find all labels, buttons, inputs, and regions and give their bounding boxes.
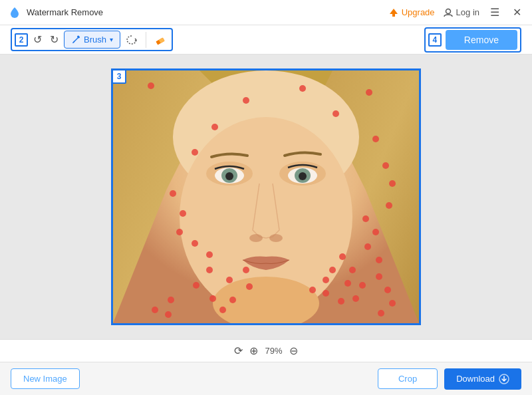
toolbar: 2 ↺ ↻ Brush ▾ 4 Remove <box>0 25 532 55</box>
red-dot <box>299 85 306 92</box>
title-bar-left: Watermark Remove <box>8 6 103 19</box>
title-bar-right: Upgrade Log in ☰ ✕ <box>388 6 524 19</box>
red-dot <box>364 243 371 250</box>
red-dot <box>372 229 379 235</box>
red-dot <box>219 307 226 313</box>
red-dot <box>192 240 198 247</box>
red-dot <box>366 89 372 96</box>
red-dot <box>386 202 392 209</box>
eraser-icon <box>154 34 166 46</box>
redo-button[interactable]: ↻ <box>47 31 61 49</box>
red-dot <box>206 267 213 273</box>
red-dot <box>246 283 253 290</box>
step-3-badge: 3 <box>112 69 126 84</box>
upgrade-button[interactable]: Upgrade <box>388 7 435 18</box>
bottom-right: Crop Download <box>378 368 521 390</box>
download-icon <box>499 374 509 384</box>
remove-button[interactable]: Remove <box>446 30 517 50</box>
red-dot <box>329 267 336 273</box>
red-dot <box>382 162 389 169</box>
red-dot <box>243 97 249 104</box>
face-bg <box>113 70 419 323</box>
canvas-area: 3 <box>0 55 532 339</box>
red-dot <box>372 136 379 142</box>
close-button[interactable]: ✕ <box>510 6 524 19</box>
face-image[interactable] <box>113 70 419 323</box>
red-dot <box>209 295 216 302</box>
red-dot <box>243 267 249 273</box>
red-dot <box>384 287 391 293</box>
user-icon <box>443 7 454 18</box>
red-dot <box>165 311 172 318</box>
crop-button[interactable]: Crop <box>378 368 438 389</box>
upgrade-icon <box>388 7 399 18</box>
red-dot <box>180 210 186 217</box>
red-dot <box>389 180 396 187</box>
red-dot <box>226 277 233 283</box>
red-dot <box>349 267 356 273</box>
app-title: Watermark Remove <box>27 7 103 17</box>
red-dot <box>206 251 213 258</box>
red-dot <box>359 282 366 289</box>
eraser-button[interactable] <box>152 31 169 49</box>
brush-icon <box>71 35 80 45</box>
download-button[interactable]: Download <box>444 368 521 390</box>
red-dot <box>362 215 369 222</box>
zoom-out-button[interactable]: ⊖ <box>289 344 298 357</box>
app-icon <box>8 6 21 19</box>
toolbar-divider <box>146 32 146 48</box>
red-dot <box>389 300 396 307</box>
red-dot <box>192 149 198 156</box>
svg-point-1 <box>446 9 450 13</box>
menu-button[interactable]: ☰ <box>487 6 502 19</box>
red-dot <box>376 257 382 263</box>
red-dot <box>170 190 176 197</box>
red-dot <box>211 124 218 130</box>
toolbar-remove-group: 4 Remove <box>424 27 521 53</box>
title-bar: Watermark Remove Upgrade Log in ☰ ✕ <box>0 0 532 25</box>
zoom-in-button[interactable]: ⊕ <box>249 344 258 357</box>
red-dot <box>193 282 200 289</box>
red-dot <box>352 295 359 302</box>
red-dot <box>332 110 339 117</box>
red-dot <box>376 273 382 280</box>
red-dot <box>323 277 329 283</box>
login-button[interactable]: Log in <box>443 7 479 18</box>
red-dot <box>323 290 329 297</box>
status-bar: ⟳ ⊕ 79% ⊖ <box>0 339 532 362</box>
lasso-icon <box>126 34 138 46</box>
red-dot <box>344 280 351 287</box>
lasso-button[interactable] <box>123 31 140 49</box>
red-dot <box>168 297 174 303</box>
red-dot <box>152 307 158 313</box>
image-container: 3 <box>111 68 421 325</box>
svg-marker-0 <box>390 9 398 17</box>
red-dot <box>378 310 384 317</box>
bottom-bar: New Image Crop Download <box>0 362 532 395</box>
red-dot <box>148 82 154 89</box>
red-dot <box>229 297 236 303</box>
red-dot <box>176 229 183 235</box>
red-dot <box>338 298 344 305</box>
red-dot <box>309 287 316 293</box>
new-image-button[interactable]: New Image <box>11 368 80 389</box>
rotate-button[interactable]: ⟳ <box>234 344 243 357</box>
toolbar-tools-group: 2 ↺ ↻ Brush ▾ <box>11 28 173 51</box>
brush-button[interactable]: Brush ▾ <box>64 31 120 49</box>
red-dot <box>339 253 346 260</box>
step-2-badge: 2 <box>15 33 28 47</box>
step-4-badge: 4 <box>428 33 442 47</box>
zoom-level: 79% <box>265 346 282 356</box>
undo-button[interactable]: ↺ <box>31 31 45 49</box>
